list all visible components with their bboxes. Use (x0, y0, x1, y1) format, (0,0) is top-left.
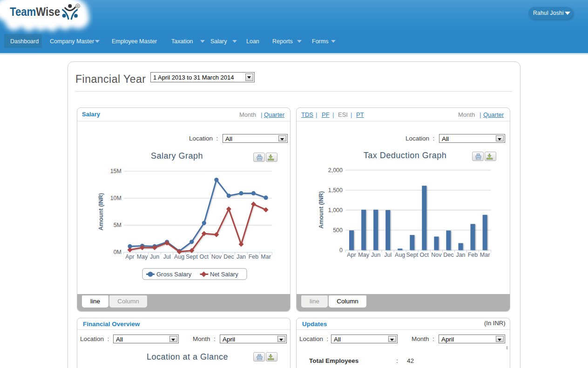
svg-text:0: 0 (339, 247, 343, 254)
svg-text:1,500: 1,500 (328, 187, 343, 194)
svg-text:Feb: Feb (468, 252, 478, 258)
svg-text:Apr: Apr (125, 254, 134, 260)
svg-text:Aug: Aug (395, 252, 405, 258)
svg-text:5M: 5M (114, 222, 122, 228)
svg-text:Net Salary: Net Salary (210, 271, 238, 278)
svg-text:Dec: Dec (443, 252, 453, 258)
svg-text:May: May (358, 252, 369, 258)
svg-text:Gross Salary: Gross Salary (156, 271, 192, 278)
svg-text:May: May (137, 254, 148, 260)
svg-text:Apr: Apr (347, 252, 356, 258)
svg-text:Amount (INR): Amount (INR) (98, 193, 104, 231)
svg-text:Jun: Jun (150, 254, 159, 260)
svg-text:15M: 15M (110, 168, 122, 174)
svg-text:Dec: Dec (223, 254, 234, 260)
svg-text:Sept: Sept (186, 254, 198, 260)
svg-text:Aug: Aug (174, 254, 184, 260)
svg-text:Jan: Jan (456, 252, 465, 258)
svg-text:Feb: Feb (249, 254, 259, 260)
svg-text:0M: 0M (114, 249, 122, 255)
svg-text:Amount (INR): Amount (INR) (318, 191, 324, 229)
svg-text:TeamWise: TeamWise (10, 5, 60, 18)
svg-text:Nov: Nov (211, 254, 222, 260)
svg-text:10M: 10M (110, 195, 122, 201)
svg-text:2,000: 2,000 (328, 167, 343, 174)
svg-text:Oct: Oct (200, 254, 209, 260)
svg-text:1,000: 1,000 (328, 207, 343, 214)
svg-text:Oct: Oct (420, 252, 429, 258)
svg-text:Sept: Sept (406, 252, 418, 258)
svg-text:Jul: Jul (384, 252, 392, 258)
svg-text:Nov: Nov (431, 252, 442, 258)
svg-text:Jan: Jan (237, 254, 246, 260)
svg-text:R: R (76, 4, 79, 8)
svg-text:Jul: Jul (163, 254, 171, 260)
svg-text:Mar: Mar (261, 254, 271, 260)
svg-text:Mar: Mar (480, 252, 490, 258)
svg-text:Jun: Jun (371, 252, 380, 258)
svg-text:500: 500 (333, 227, 343, 234)
